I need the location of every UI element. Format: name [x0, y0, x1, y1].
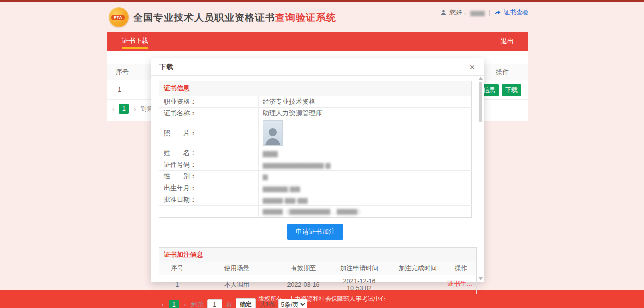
col-annot-valid: 有效期至	[279, 262, 329, 275]
row-value-redacted: ▆▆▆▆▆ ▆▆	[263, 184, 300, 192]
col-annot-action: 操作	[445, 262, 477, 275]
photo-silhouette-icon	[264, 125, 281, 145]
col-action: 操作	[496, 64, 509, 80]
annot-complete-time	[391, 275, 445, 294]
cert-row-birthdate: 出生年月： ▆▆▆▆▆ ▆▆	[159, 182, 472, 194]
annotation-section-title: 证书加注信息	[159, 248, 477, 262]
row-label: 照 片：	[159, 119, 259, 147]
annotation-row: 1 本人调用 2022-03-16 2021-12-16 10:53:02 证书…	[159, 275, 477, 294]
download-button[interactable]: 下载	[502, 84, 521, 96]
cert-row-extra: ▆▆▆▆（▆▆▆▆▆▆▆▆，▆▆▆▆）	[159, 206, 472, 218]
cert-row-idnumber: 证件号码： ▆▆▆▆▆▆▆▆▆▆▆▆ ▆	[159, 159, 472, 171]
annot-apply-time: 2021-12-16 10:53:02	[329, 275, 391, 294]
modal-body: 证书信息 职业资格： 经济专业技术资格 证书名称： 助理人力资源管理师 照 片：	[151, 76, 484, 308]
modal-scrollbar[interactable]	[478, 77, 483, 280]
top-accent-strip	[0, 0, 644, 2]
annotation-header-row: 序号 使用场景 有效期至 加注申请时间 加注完成时间 操作	[159, 262, 477, 275]
pta-logo-icon: PTA	[109, 7, 129, 27]
apply-annotation-button[interactable]: 申请证书加注	[287, 224, 343, 240]
cert-row-approval-date: 批准日期： ▆▆▆▆-▆▆-▆▆	[159, 194, 472, 206]
greeting-text: 您好，	[449, 8, 468, 17]
row-value: 经济专业技术资格	[259, 96, 472, 108]
cert-info-section-title: 证书信息	[159, 81, 472, 96]
tab-cert-download-label: 证书下载	[122, 37, 148, 44]
cert-row-fullname: 姓 名： ▆▆▆	[159, 147, 472, 159]
active-tab-underline	[122, 47, 148, 49]
cert-row-gender: 性 别： ▆	[159, 171, 472, 182]
row-label: 出生年月：	[159, 182, 259, 194]
modal-title: 下载	[151, 58, 484, 76]
site-title-accent: 查询验证系统	[275, 12, 336, 23]
certificate-photo	[263, 120, 283, 146]
modal-next-page-arrow[interactable]: ›	[182, 301, 187, 308]
next-page-arrow[interactable]: ›	[132, 105, 137, 113]
cert-row-photo: 照 片：	[159, 119, 472, 147]
row-label: 姓 名：	[159, 147, 259, 159]
row-label: 性 别：	[159, 171, 259, 182]
row-value-redacted: ▆▆▆▆-▆▆-▆▆	[263, 196, 308, 204]
row-value-redacted: ▆▆▆	[263, 149, 278, 157]
row-label: 批准日期：	[159, 194, 259, 206]
row-label	[159, 206, 259, 218]
annot-seq: 1	[159, 275, 195, 294]
username-redacted: ▆▆▆	[470, 9, 485, 16]
annotation-table: 证书加注信息 序号 使用场景 有效期至 加注申请时间 加注完成时间 操作 1 本…	[159, 247, 477, 294]
page-number-input[interactable]	[207, 299, 222, 308]
row-value-redacted: ▆▆▆▆▆▆▆▆▆▆▆▆ ▆	[263, 161, 331, 169]
cert-list-pagination: ‹ 1 › 到第	[111, 104, 153, 114]
pta-logo-text: PTA	[111, 15, 125, 20]
row-value: 助理人力资源管理师	[259, 108, 472, 119]
site-title: 全国专业技术人员职业资格证书查询验证系统	[133, 11, 336, 24]
annotation-pagination: ‹ 1 › 到第 页 确定 共1条 5条/页	[159, 298, 472, 308]
tab-cert-download[interactable]: 证书下载	[122, 32, 148, 51]
main-nav: 证书下载 退出	[107, 32, 528, 51]
row-label: 证书名称：	[159, 108, 259, 119]
prev-page-arrow[interactable]: ‹	[111, 105, 116, 113]
modal-current-page-button[interactable]: 1	[169, 300, 179, 308]
current-page-button[interactable]: 1	[119, 104, 129, 114]
site-title-main: 全国专业技术人员职业资格证书	[133, 12, 275, 23]
cert-verify-link[interactable]: 证书查验	[504, 8, 528, 17]
total-count-label: 共1条	[260, 300, 275, 308]
userbar-separator: |	[489, 9, 490, 16]
scroll-up-arrow-icon[interactable]	[479, 77, 483, 80]
annot-scene: 本人调用	[195, 275, 279, 294]
row-value-redacted: ▆	[263, 173, 268, 180]
cert-row-name: 证书名称： 助理人力资源管理师	[159, 108, 472, 119]
modal-goto-label: 到第	[191, 300, 204, 308]
user-icon	[440, 9, 447, 16]
scrollbar-thumb[interactable]	[479, 82, 482, 122]
cert-info-table: 证书信息 职业资格： 经济专业技术资格 证书名称： 助理人力资源管理师 照 片：	[159, 81, 472, 218]
share-arrow-icon	[494, 9, 501, 16]
row-value-redacted: ▆▆▆▆（▆▆▆▆▆▆▆▆，▆▆▆▆）	[263, 207, 364, 215]
scroll-down-arrow-icon[interactable]	[479, 277, 483, 280]
close-icon[interactable]: ×	[467, 61, 478, 73]
download-modal: 下载 × 证书信息 职业资格： 经济专业技术资格 证书名称： 助理人力资源管理师…	[151, 58, 484, 282]
annot-valid-until: 2022-03-16	[279, 275, 329, 294]
logout-button[interactable]: 退出	[501, 32, 514, 51]
modal-prev-page-arrow[interactable]: ‹	[160, 301, 165, 308]
confirm-page-button[interactable]: 确定	[236, 298, 256, 308]
row-label: 职业资格：	[159, 96, 259, 108]
page-unit-label: 页	[226, 300, 232, 308]
row-label: 证件号码：	[159, 159, 259, 171]
col-annot-apply-time: 加注申请时间	[329, 262, 391, 275]
user-bar: 您好， ▆▆▆ | 证书查验	[440, 8, 528, 17]
cert-generating-link[interactable]: 证书生成中..	[447, 280, 475, 288]
row-seq: 1	[118, 80, 121, 100]
cert-row-occupation: 职业资格： 经济专业技术资格	[159, 96, 472, 108]
col-seq: 序号	[116, 64, 129, 80]
col-annot-complete-time: 加注完成时间	[391, 262, 445, 275]
col-annot-seq: 序号	[159, 262, 195, 275]
page-size-select[interactable]: 5条/页	[278, 299, 307, 308]
col-annot-scene: 使用场景	[195, 262, 279, 275]
